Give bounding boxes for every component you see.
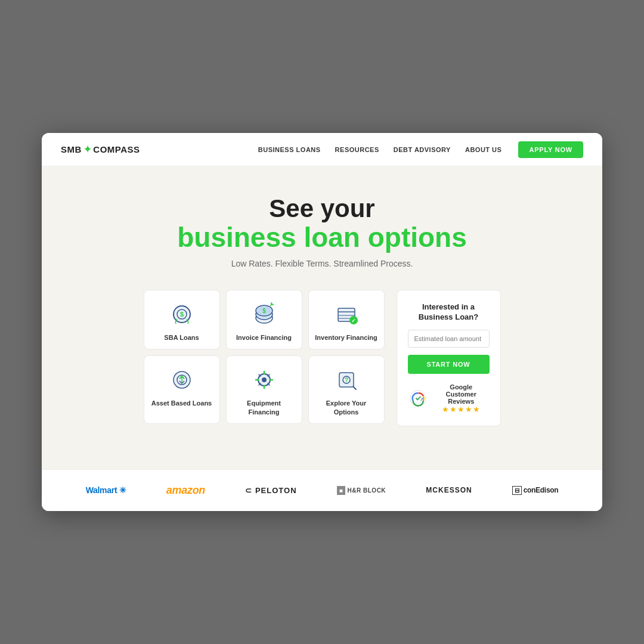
equipment-icon xyxy=(250,366,278,394)
brand-conedison: ⊟ conEdison xyxy=(512,486,558,495)
svg-point-17 xyxy=(262,377,267,382)
card-inventory-financing[interactable]: ✓ Inventory Financing xyxy=(308,290,385,349)
card-sba-label: SBA Loans xyxy=(164,333,199,342)
google-sub-label: Customer Reviews xyxy=(433,391,489,405)
inventory-icon: ✓ xyxy=(332,300,361,329)
brands-section: Walmart ✳ amazon ⊂ PELOTON ■ H&R BLOCK M… xyxy=(42,469,602,511)
apply-now-button[interactable]: APPLY NOW xyxy=(518,141,583,158)
card-asset-based-loans[interactable]: Asset Based Loans xyxy=(144,355,220,424)
invoice-icon: $ xyxy=(250,300,278,329)
card-explore-label: Explore Your Options xyxy=(315,399,378,416)
hero-title-line2: business loan options xyxy=(61,222,583,253)
hero-title: See your business loan options xyxy=(61,195,583,253)
hero-title-line1: See your xyxy=(269,194,374,222)
card-asset-label: Asset Based Loans xyxy=(151,399,212,407)
svg-text:?: ? xyxy=(344,377,348,383)
card-invoice-label: Invoice Financing xyxy=(236,333,292,342)
google-label: Google xyxy=(433,383,489,391)
loan-cards-grid: $ SBA Loans $ xyxy=(144,290,385,424)
brand-walmart: Walmart ✳ xyxy=(86,485,126,495)
brand-hr-block: ■ H&R BLOCK xyxy=(337,486,386,495)
start-now-button[interactable]: START NOW xyxy=(408,355,490,374)
svg-text:✓: ✓ xyxy=(351,318,356,324)
navbar: SMB ✦ COMPASS BUSINESS LOANS RESOURCES D… xyxy=(42,133,602,166)
reviews-info: Google Customer Reviews ★★★★★ xyxy=(433,383,489,414)
loan-amount-input[interactable] xyxy=(408,330,490,348)
card-sba-loans[interactable]: $ SBA Loans xyxy=(144,290,220,349)
nav-resources[interactable]: RESOURCES xyxy=(335,146,379,153)
card-explore-options[interactable]: ? Explore Your Options xyxy=(308,355,385,424)
hero-subtitle: Low Rates. Flexible Terms. Streamlined P… xyxy=(61,259,583,268)
card-equipment-label: Equipment Financing xyxy=(233,399,296,416)
nav-business-loans[interactable]: BUSINESS LOANS xyxy=(258,146,321,153)
explore-icon: ? xyxy=(332,366,361,394)
nav-links: BUSINESS LOANS RESOURCES DEBT ADVISORY A… xyxy=(258,146,502,153)
card-invoice-financing[interactable]: $ Invoice Financing xyxy=(226,290,302,349)
card-equipment-financing[interactable]: Equipment Financing xyxy=(226,355,302,424)
logo-text-smb: SMB xyxy=(61,144,82,154)
sba-icon: $ xyxy=(168,300,196,329)
brand-amazon: amazon xyxy=(166,484,205,497)
logo-text-compass: COMPASS xyxy=(93,144,140,154)
cards-form-row: $ SBA Loans $ xyxy=(61,290,583,450)
brand-mckesson: MCKESSON xyxy=(426,486,472,494)
google-logo-icon: G xyxy=(408,388,429,409)
browser-window: SMB ✦ COMPASS BUSINESS LOANS RESOURCES D… xyxy=(42,133,602,511)
form-title: Interested in a Business Loan? xyxy=(408,302,490,323)
nav-about-us[interactable]: ABOUT US xyxy=(465,146,501,153)
nav-debt-advisory[interactable]: DEBT ADVISORY xyxy=(394,146,451,153)
hero-section: See your business loan options Low Rates… xyxy=(42,166,602,469)
google-stars: ★★★★★ xyxy=(433,405,489,414)
logo-icon: ✦ xyxy=(83,144,92,155)
svg-text:$: $ xyxy=(179,311,183,318)
logo: SMB ✦ COMPASS xyxy=(61,144,140,155)
svg-text:$: $ xyxy=(262,308,266,314)
card-inventory-label: Inventory Financing xyxy=(315,333,377,342)
asset-icon xyxy=(168,366,196,394)
brand-peloton: ⊂ PELOTON xyxy=(245,486,296,495)
google-reviews: G Google Customer Review xyxy=(408,381,490,414)
loan-form-card: Interested in a Business Loan? START NOW xyxy=(397,290,501,426)
